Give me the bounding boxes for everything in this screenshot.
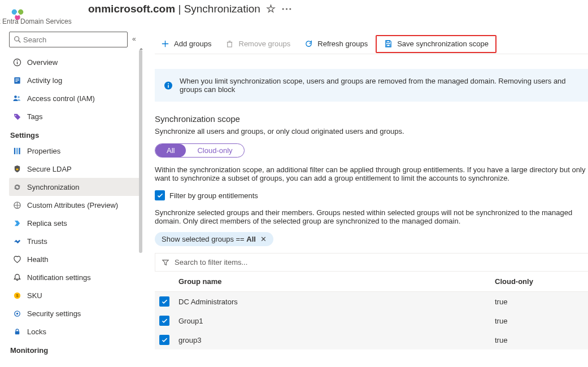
nav-overview[interactable]: Overview: [9, 53, 141, 71]
table-row[interactable]: Group1true: [155, 311, 588, 330]
scope-desc: Synchronize all users and groups, or onl…: [155, 127, 588, 136]
cell-group-name: Group1: [174, 311, 490, 330]
cell-group-name: group3: [174, 330, 490, 349]
command-bar: Add groups Remove groups Refresh groups …: [155, 27, 588, 54]
nav-label: Trusts: [27, 237, 47, 246]
nav-custom-attributes[interactable]: Custom Attributes (Preview): [9, 196, 141, 214]
nav-label: Secure LDAP: [27, 165, 72, 173]
nav-section-settings: Settings: [9, 125, 141, 142]
nav-trusts[interactable]: Trusts: [9, 232, 141, 250]
heart-icon: [12, 255, 21, 264]
nav-locks[interactable]: Locks: [9, 322, 141, 340]
nav-replica-sets[interactable]: Replica sets: [9, 214, 141, 232]
info-filled-icon: [164, 81, 173, 90]
nav-notification-settings[interactable]: Notification settings: [9, 268, 141, 286]
replica-icon: [12, 219, 21, 228]
svg-rect-12: [15, 81, 18, 81]
add-groups-button[interactable]: Add groups: [155, 37, 217, 51]
svg-rect-8: [16, 60, 17, 61]
svg-point-3: [16, 12, 19, 16]
save-icon: [384, 40, 393, 49]
nav-access-control[interactable]: Access control (IAM): [9, 89, 141, 107]
nav-properties[interactable]: Properties: [9, 142, 141, 160]
properties-icon: [12, 146, 21, 155]
close-icon[interactable]: ✕: [260, 235, 267, 243]
gear-shield-icon: [12, 309, 21, 318]
svg-rect-27: [386, 41, 389, 43]
nav-health[interactable]: Health: [9, 250, 141, 268]
button-label: Remove groups: [239, 40, 291, 48]
nav-synchronization[interactable]: Synchronization: [9, 178, 141, 196]
collapse-sidebar-icon[interactable]: «: [132, 35, 136, 43]
handshake-icon: [12, 237, 21, 246]
table-filter-bar[interactable]: Search to filter items...: [155, 253, 588, 271]
svg-rect-28: [386, 44, 390, 46]
col-group-name[interactable]: Group name: [174, 272, 490, 292]
info-outline-icon: [12, 58, 21, 67]
nav-label: Synchronization: [27, 183, 80, 191]
table-row[interactable]: group3true: [155, 330, 588, 349]
page-subtitle: Microsoft Entra Domain Services: [0, 18, 293, 25]
nav-security-settings[interactable]: Security settings: [9, 304, 141, 322]
favorite-star-icon[interactable]: ☆: [266, 2, 276, 15]
trash-icon: [225, 40, 234, 49]
nav-section-monitoring: Monitoring: [9, 340, 141, 357]
scope-toggle[interactable]: All Cloud-only: [155, 143, 245, 158]
lock-icon: [12, 327, 21, 336]
nav-tags[interactable]: Tags: [9, 107, 141, 125]
sidebar-search[interactable]: [9, 32, 128, 47]
scope-heading: Synchronization scope: [155, 114, 588, 124]
filter-placeholder: Search to filter items...: [175, 258, 247, 266]
col-cloud-only[interactable]: Cloud-only: [490, 272, 588, 292]
svg-rect-10: [15, 78, 19, 79]
save-sync-scope-button[interactable]: Save synchronization scope: [376, 35, 496, 53]
nav-label: Access control (IAM): [27, 94, 95, 103]
svg-line-5: [19, 41, 21, 43]
refresh-groups-button[interactable]: Refresh groups: [298, 37, 373, 51]
table-row[interactable]: DC Administratorstrue: [155, 292, 588, 312]
attributes-icon: [12, 200, 21, 209]
filter-pill[interactable]: Show selected groups == All ✕: [155, 232, 273, 246]
nav-secure-ldap[interactable]: Secure LDAP: [9, 160, 141, 178]
toggle-cloud-only[interactable]: Cloud-only: [186, 144, 243, 157]
toggle-all[interactable]: All: [155, 144, 186, 157]
svg-point-4: [15, 37, 19, 41]
nav-sku[interactable]: $ SKU: [9, 286, 141, 304]
row-checkbox-icon[interactable]: [159, 296, 169, 307]
bell-icon: [12, 273, 21, 282]
svg-rect-7: [16, 62, 17, 64]
svg-point-15: [15, 115, 16, 116]
cell-cloud-only: true: [490, 311, 588, 330]
sidebar-search-input[interactable]: [22, 35, 124, 45]
people-icon: [12, 94, 21, 103]
nav-label: Tags: [27, 112, 42, 121]
filter-checkbox-row[interactable]: Filter by group entitlements: [155, 190, 588, 200]
cell-cloud-only: true: [490, 330, 588, 349]
more-menu-icon[interactable]: ⋯: [281, 2, 293, 15]
svg-rect-11: [15, 80, 19, 80]
svg-point-24: [16, 312, 18, 314]
row-checkbox-icon[interactable]: [159, 316, 169, 326]
pill-text: Show selected groups == All: [162, 235, 256, 243]
svg-rect-25: [15, 331, 19, 334]
svg-rect-26: [228, 42, 232, 47]
nav-activity-log[interactable]: Activity log: [9, 71, 141, 89]
nav-label: Custom Attributes (Preview): [27, 201, 118, 209]
nav-label: Overview: [27, 58, 58, 67]
sidebar-scrollbar[interactable]: [139, 50, 142, 253]
sync-icon: [12, 182, 21, 191]
row-checkbox-icon[interactable]: [159, 335, 169, 345]
remove-groups-button: Remove groups: [220, 37, 297, 51]
nav-label: SKU: [27, 291, 42, 300]
cell-cloud-only: true: [490, 292, 588, 312]
info-banner: When you limit synchronization scope, us…: [155, 69, 588, 102]
nav-label: Activity log: [27, 76, 62, 85]
sync-desc: Synchronize selected groups and their me…: [155, 208, 588, 225]
button-label: Save synchronization scope: [397, 40, 489, 48]
cell-group-name: DC Administrators: [174, 292, 490, 312]
shield-lock-icon: [12, 164, 21, 173]
svg-rect-30: [168, 85, 169, 88]
tag-icon: [12, 112, 21, 121]
checkbox-checked-icon[interactable]: [155, 190, 165, 200]
nav-label: Properties: [27, 147, 60, 155]
